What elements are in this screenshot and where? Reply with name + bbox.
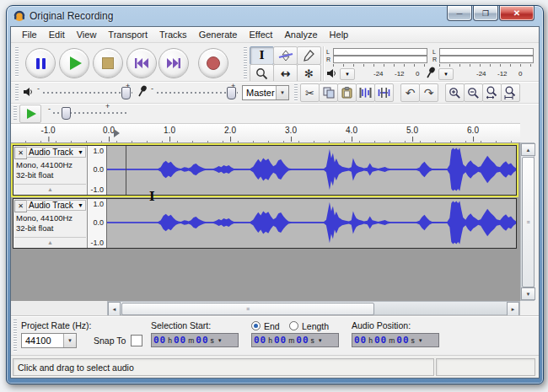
undo-button[interactable]: ↶ — [400, 83, 420, 102]
track-1-collapse-button[interactable]: ▲ — [14, 184, 86, 194]
multi-tool-button[interactable]: ✻ — [297, 64, 321, 83]
zoom-in-icon — [449, 87, 461, 99]
envelope-tool-button[interactable] — [273, 46, 298, 65]
menu-effect[interactable]: Effect — [244, 28, 279, 41]
skip-to-start-button[interactable] — [126, 48, 157, 78]
timeline-label: 1.0 — [164, 126, 175, 135]
playback-meter-speaker-icon[interactable] — [326, 68, 337, 78]
time-shift-tool-button[interactable]: ↔ — [273, 64, 298, 83]
minimize-icon: — — [457, 10, 463, 16]
vertical-scrollbar[interactable]: ▲ ≡ ▼ — [520, 142, 535, 301]
pause-button[interactable] — [25, 48, 56, 78]
track-area[interactable]: ✕ Audio Track ▼ Mono, 44100Hz 32-bit flo… — [11, 142, 520, 301]
playback-meter-left-bar[interactable] — [333, 48, 427, 56]
track-1-vertical-ruler[interactable]: 1.0 0.0 -1.0 — [88, 146, 107, 195]
input-volume-slider-thumb[interactable] — [227, 87, 236, 99]
audio-position-field[interactable]: 00h00m00s▼ — [352, 333, 439, 347]
output-volume-slider[interactable] — [43, 92, 132, 94]
transcription-toolbar-grabber[interactable] — [13, 106, 17, 120]
redo-button[interactable]: ↷ — [419, 83, 438, 102]
menu-transport[interactable]: Transport — [102, 28, 153, 41]
project-rate-value: 44100 — [22, 336, 63, 346]
cut-button[interactable]: ✂ — [300, 83, 320, 102]
playback-meter-right-label: R — [326, 56, 330, 62]
playhead-marker[interactable] — [114, 129, 120, 137]
end-radio[interactable] — [251, 321, 261, 330]
playback-meter-dropdown[interactable]: ▼ — [340, 68, 355, 80]
track-1-name: Audio Track — [29, 148, 73, 157]
track-2-waveform[interactable] — [107, 199, 516, 248]
scroll-left-button[interactable]: ◄ — [108, 302, 121, 316]
playback-meter-right-bar[interactable] — [333, 56, 427, 63]
timeline-label: 6.0 — [467, 126, 479, 135]
track-1-waveform[interactable] — [107, 146, 516, 195]
recording-meter-right-bar[interactable] — [439, 56, 534, 63]
track-1-name-menu[interactable]: Audio Track ▼ — [26, 147, 86, 158]
audio-track-1[interactable]: ✕ Audio Track ▼ Mono, 44100Hz 32-bit flo… — [13, 145, 517, 196]
track-2-vertical-ruler[interactable]: 1.0 0.0 -1.0 — [88, 199, 107, 248]
track-2-name-menu[interactable]: Audio Track ▼ — [26, 200, 86, 211]
menu-generate[interactable]: Generate — [193, 28, 244, 41]
menu-view[interactable]: View — [71, 28, 103, 41]
zoom-in-button[interactable] — [445, 83, 465, 102]
minimize-button[interactable]: — — [447, 6, 472, 21]
timeline-label: 3.0 — [285, 126, 297, 135]
seconds-unit: s — [209, 336, 216, 345]
trim-audio-button[interactable] — [356, 83, 375, 102]
selection-toolbar-grabber[interactable] — [13, 320, 17, 352]
menu-edit[interactable]: Edit — [43, 28, 71, 41]
scroll-down-button[interactable]: ▼ — [521, 287, 535, 300]
selection-start-field[interactable]: 00h00m00s▼ — [151, 333, 239, 347]
input-volume-slider[interactable] — [157, 92, 238, 94]
recording-meter-left-bar[interactable] — [439, 48, 534, 56]
play-button[interactable] — [59, 48, 89, 78]
record-button[interactable] — [198, 48, 228, 78]
title-bar[interactable]: Original Recording — ❐ ✕ — [7, 6, 543, 26]
output-volume-speaker-icon — [23, 87, 34, 97]
copy-button[interactable] — [319, 83, 338, 102]
vertical-scroll-thumb[interactable]: ≡ — [522, 157, 535, 287]
mixer-toolbar-grabber[interactable] — [15, 84, 19, 101]
output-volume-slider-thumb[interactable] — [121, 87, 131, 99]
zoom-tool-button[interactable] — [250, 64, 274, 83]
recording-meter-mic-icon[interactable] — [426, 67, 436, 79]
edit-toolbar-grabber[interactable] — [294, 84, 298, 101]
playback-speed-slider-thumb[interactable] — [62, 107, 71, 120]
play-at-speed-button[interactable] — [19, 105, 41, 123]
menu-file[interactable]: File — [16, 28, 43, 41]
maximize-button[interactable]: ❐ — [473, 6, 498, 21]
audio-track-2[interactable]: ✕ Audio Track ▼ Mono, 44100Hz 32-bit flo… — [13, 198, 517, 249]
playback-speed-plus-label: + — [105, 102, 110, 110]
menu-analyze[interactable]: Analyze — [278, 28, 323, 41]
tools-toolbar-grabber[interactable] — [244, 47, 247, 79]
track-1-close-button[interactable]: ✕ — [14, 147, 27, 159]
scroll-right-button[interactable]: ► — [507, 302, 519, 316]
silence-audio-button[interactable] — [374, 83, 394, 102]
horizontal-scrollbar[interactable]: ◄ ≡ ► — [107, 301, 520, 315]
selection-end-field[interactable]: 00h00m00s▼ — [251, 333, 339, 347]
selection-start-label: Selection Start: — [151, 320, 211, 330]
recording-meter-dropdown[interactable]: ▼ — [438, 68, 454, 80]
skip-to-end-button[interactable] — [158, 48, 189, 78]
input-source-combo[interactable]: Master ▼ — [242, 85, 289, 100]
timeline-ruler[interactable]: -1.0 0.0 1.0 2.0 3.0 4.0 5.0 6.0 — [11, 123, 520, 144]
length-radio[interactable] — [289, 321, 298, 330]
track-2-close-button[interactable]: ✕ — [14, 200, 27, 212]
scroll-up-button[interactable]: ▲ — [521, 143, 535, 156]
close-button[interactable]: ✕ — [499, 6, 535, 21]
paste-button[interactable] — [337, 83, 357, 102]
track-2-collapse-button[interactable]: ▲ — [14, 237, 86, 247]
snap-to-checkbox[interactable] — [131, 335, 142, 346]
zoom-out-button[interactable] — [464, 83, 483, 102]
scroll-right-icon: ► — [511, 307, 516, 312]
selection-tool-button[interactable]: I — [250, 46, 274, 65]
menu-tracks[interactable]: Tracks — [153, 28, 193, 41]
fit-selection-button[interactable] — [482, 83, 502, 102]
transport-toolbar-grabber[interactable] — [15, 47, 19, 78]
fit-project-button[interactable] — [501, 83, 520, 102]
stop-button[interactable] — [93, 48, 123, 78]
draw-tool-button[interactable] — [297, 46, 321, 65]
project-rate-combo[interactable]: 44100 ▼ — [21, 333, 77, 348]
menu-help[interactable]: Help — [324, 28, 355, 41]
horizontal-scroll-thumb[interactable]: ≡ — [121, 303, 374, 315]
